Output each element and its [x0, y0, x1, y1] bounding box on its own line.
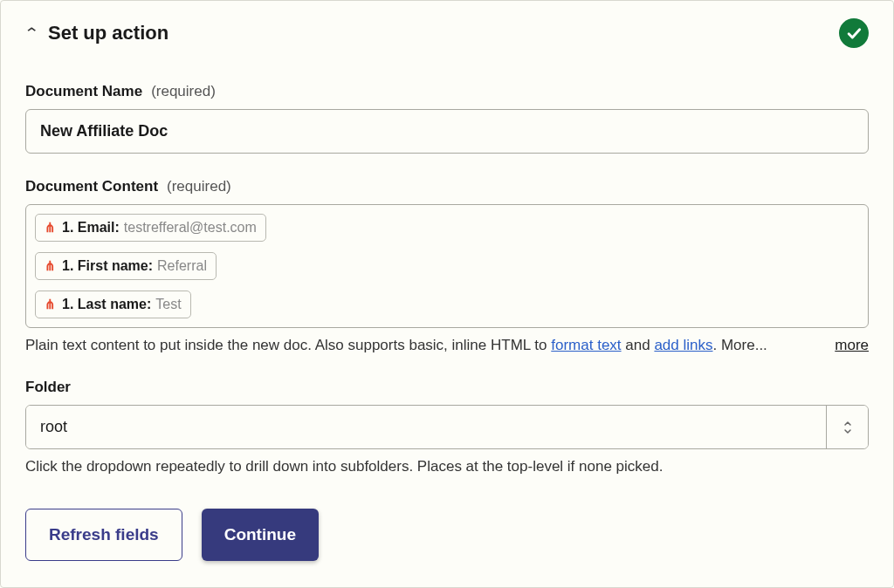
panel-header: ⌃ Set up action	[25, 18, 869, 48]
merge-icon: ⋔	[45, 297, 56, 312]
chevron-up-icon[interactable]: ⌃	[24, 24, 39, 43]
merge-icon: ⋔	[45, 258, 56, 274]
document-name-field: Document Name (required)	[25, 83, 869, 154]
continue-button[interactable]: Continue	[202, 509, 319, 561]
folder-selected-value: root	[26, 406, 826, 448]
folder-help-text: Click the dropdown repeatedly to drill d…	[25, 458, 869, 475]
field-label-row: Document Content (required)	[25, 178, 869, 195]
required-tag: (required)	[167, 178, 231, 195]
setup-action-panel: ⌃ Set up action Document Name (required)…	[0, 0, 894, 588]
content-pill-email[interactable]: ⋔ 1. Email: testrefferal@test.com	[35, 214, 266, 242]
content-pill-firstname[interactable]: ⋔ 1. First name: Referral	[35, 252, 217, 280]
merge-icon: ⋔	[45, 220, 56, 236]
section-title: Set up action	[48, 22, 168, 44]
help-text-mid: and	[622, 337, 655, 353]
pill-value: Test	[155, 297, 181, 312]
pill-label: 1. First name:	[62, 258, 153, 274]
required-tag: (required)	[151, 83, 216, 100]
pill-value: testrefferal@test.com	[124, 220, 257, 236]
content-pill-lastname[interactable]: ⋔ 1. Last name: Test	[35, 291, 191, 318]
help-text-suffix: . More...	[713, 337, 767, 353]
field-label-row: Folder	[25, 379, 869, 396]
document-content-input[interactable]: ⋔ 1. Email: testrefferal@test.com ⋔ 1. F…	[25, 204, 869, 328]
refresh-fields-button[interactable]: Refresh fields	[25, 509, 182, 561]
content-help-text: Plain text content to put inside the new…	[25, 337, 817, 354]
folder-label: Folder	[25, 379, 71, 396]
document-content-field: Document Content (required) ⋔ 1. Email: …	[25, 178, 869, 354]
help-text-prefix: Plain text content to put inside the new…	[25, 337, 551, 353]
check-icon	[845, 24, 863, 42]
pill-label: 1. Email:	[62, 220, 120, 236]
status-complete-badge	[839, 18, 869, 48]
format-text-link[interactable]: format text	[551, 337, 621, 353]
folder-select[interactable]: root	[25, 405, 869, 449]
pill-value: Referral	[157, 258, 207, 274]
add-links-link[interactable]: add links	[654, 337, 712, 353]
document-name-label: Document Name	[25, 83, 142, 100]
document-name-input[interactable]	[25, 109, 869, 154]
document-content-label: Document Content	[25, 178, 158, 195]
folder-field: Folder root Click the dropdown repeatedl…	[25, 379, 869, 475]
more-toggle[interactable]: more	[835, 337, 869, 354]
field-label-row: Document Name (required)	[25, 83, 869, 100]
pill-label: 1. Last name:	[62, 297, 151, 312]
content-help-row: Plain text content to put inside the new…	[25, 337, 869, 354]
button-row: Refresh fields Continue	[25, 509, 869, 561]
select-caret-icon	[826, 406, 868, 448]
